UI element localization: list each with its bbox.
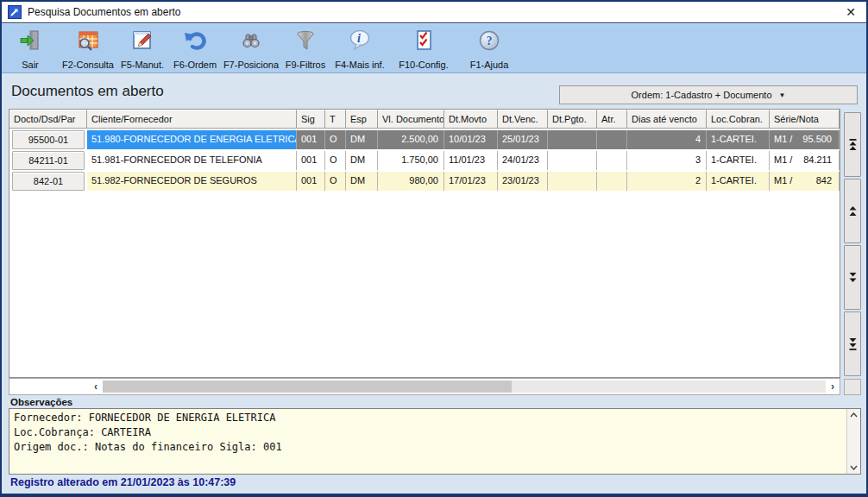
serie-number: 95.500 — [802, 134, 832, 149]
serie-prefix: M1 / — [774, 134, 792, 149]
scrollbar-fixed-area — [9, 379, 89, 394]
serie-nota-cell[interactable]: M1 / 84.211 — [770, 151, 840, 170]
scrollbar-track[interactable] — [512, 381, 826, 393]
dias-ate-vencto-cell[interactable]: 4 — [627, 130, 707, 149]
page-down-button[interactable] — [844, 245, 861, 310]
sig-cell[interactable]: 001 — [297, 172, 325, 191]
column-header-dias-ate-vencto[interactable]: Dias até vencto — [627, 110, 707, 129]
serie-nota-cell[interactable]: M1 / 95.500 — [770, 130, 840, 149]
svg-text:i: i — [357, 32, 361, 45]
serie-prefix: M1 / — [774, 154, 792, 170]
app-logo-icon — [8, 5, 22, 19]
dt-pgto-cell[interactable] — [548, 151, 597, 170]
vl-documento-cell[interactable]: 2.500,00 — [378, 130, 444, 149]
scroll-right-icon[interactable]: › — [826, 381, 840, 393]
close-icon[interactable]: ✕ — [841, 3, 860, 22]
go-first-record-button[interactable] — [844, 112, 861, 177]
order-dropdown-label: Ordem: 1-Cadastro + Documento — [632, 90, 772, 100]
atr-cell[interactable] — [597, 130, 627, 149]
esp-cell[interactable]: DM — [346, 172, 378, 191]
order-dropdown[interactable]: Ordem: 1-Cadastro + Documento ▼ — [559, 85, 858, 104]
dt-movto-cell[interactable]: 10/01/23 — [444, 130, 498, 149]
sair-button[interactable]: Sair — [10, 28, 50, 70]
column-header-serie-nota[interactable]: Série/Nota — [770, 110, 840, 129]
toolbar-label: Sair — [22, 60, 39, 70]
atr-cell[interactable] — [597, 151, 627, 170]
loc-cobran-cell[interactable]: 1-CARTEI. — [707, 172, 770, 191]
column-header-cliente[interactable]: Cliente/Fornecedor — [87, 110, 297, 129]
table-header-row: Docto/Dsd/Par Cliente/Fornecedor Sig T E… — [9, 110, 840, 129]
loc-cobran-cell[interactable]: 1-CARTEI. — [707, 130, 770, 149]
app-window: Pesquisa Documentos em aberto ✕ Sair — [0, 0, 868, 497]
serie-nota-cell[interactable]: M1 / 842 — [770, 172, 840, 191]
column-header-docto[interactable]: Docto/Dsd/Par — [9, 110, 87, 129]
dt-pgto-cell[interactable] — [548, 130, 597, 149]
column-header-dt-venc[interactable]: Dt.Venc. — [498, 110, 548, 129]
cliente-cell[interactable]: 51.980-FORNECEDOR DE ENERGIA ELETRICA — [87, 130, 297, 149]
docto-cell-button[interactable]: 84211-01 — [12, 151, 85, 170]
esp-cell[interactable]: DM — [346, 151, 378, 170]
dt-movto-cell[interactable]: 11/01/23 — [444, 151, 498, 170]
table-row[interactable]: 842-01 51.982-FORNECEDOR DE SEGUROS 001 … — [9, 172, 840, 191]
dt-pgto-cell[interactable] — [548, 172, 597, 191]
exit-icon — [18, 28, 42, 53]
column-header-dt-movto[interactable]: Dt.Movto — [444, 110, 498, 129]
scroll-left-icon[interactable]: ‹ — [89, 381, 103, 393]
docto-cell-button[interactable]: 95500-01 — [12, 130, 85, 149]
table-row[interactable]: 84211-01 51.981-FORNECEDOR DE TELEFONIA … — [9, 151, 840, 170]
scrollbar-corner — [844, 379, 861, 395]
toolbar-label: F1-Ajuda — [470, 60, 509, 70]
curved-arrow-icon — [182, 28, 208, 53]
t-cell[interactable]: O — [325, 130, 346, 149]
scrollbar-thumb[interactable] — [103, 381, 512, 393]
table-row[interactable]: 95500-01 51.980-FORNECEDOR DE ENERGIA EL… — [9, 130, 840, 149]
toolbar-label: F2-Consulta — [62, 60, 114, 70]
f1-ajuda-button[interactable]: ? F1-Ajuda — [461, 28, 518, 70]
go-last-record-button[interactable] — [844, 311, 861, 376]
f5-manut-button[interactable]: F5-Manut. — [116, 28, 169, 70]
column-header-t[interactable]: T — [325, 110, 346, 129]
column-header-dt-pgto[interactable]: Dt.Pgto. — [548, 110, 597, 129]
sig-cell[interactable]: 001 — [297, 130, 325, 149]
column-header-vl-documento[interactable]: Vl. Documento — [378, 110, 444, 129]
loc-cobran-cell[interactable]: 1-CARTEI. — [707, 151, 770, 170]
dias-ate-vencto-cell[interactable]: 2 — [627, 172, 707, 191]
page-up-button[interactable] — [844, 179, 861, 243]
edit-page-icon — [130, 28, 154, 53]
sig-cell[interactable]: 001 — [297, 151, 325, 170]
f9-filtros-button[interactable]: F9-Filtros — [280, 28, 331, 70]
observacoes-scrollbar[interactable] — [846, 409, 860, 474]
funnel-icon — [293, 28, 318, 53]
documents-table: Docto/Dsd/Par Cliente/Fornecedor Sig T E… — [9, 109, 840, 378]
binoculars-icon — [238, 28, 264, 53]
dt-venc-cell[interactable]: 23/01/23 — [498, 172, 548, 191]
toolbar-label: F10-Config. — [399, 60, 448, 70]
horizontal-scrollbar[interactable]: ‹ › — [9, 378, 840, 395]
f7-posiciona-button[interactable]: F7-Posiciona — [219, 28, 283, 70]
observacoes-field[interactable]: Fornecedor: FORNECEDOR DE ENERGIA ELETRI… — [9, 408, 861, 475]
docto-cell-button[interactable]: 842-01 — [12, 172, 85, 191]
cliente-cell[interactable]: 51.981-FORNECEDOR DE TELEFONIA — [87, 151, 297, 170]
dt-movto-cell[interactable]: 17/01/23 — [444, 172, 498, 191]
dias-ate-vencto-cell[interactable]: 3 — [627, 151, 707, 170]
f2-consulta-button[interactable]: F2-Consulta — [55, 28, 121, 70]
column-header-loc-cobran[interactable]: Loc.Cobran. — [707, 110, 770, 129]
esp-cell[interactable]: DM — [346, 130, 378, 149]
dt-venc-cell[interactable]: 24/01/23 — [498, 151, 548, 170]
atr-cell[interactable] — [597, 172, 627, 191]
column-header-atr[interactable]: Atr. — [597, 110, 627, 129]
f6-ordem-button[interactable]: F6-Ordem — [169, 28, 221, 70]
vl-documento-cell[interactable]: 1.750,00 — [378, 151, 444, 170]
t-cell[interactable]: O — [325, 151, 346, 170]
column-header-sig[interactable]: Sig — [297, 110, 325, 129]
f10-config-button[interactable]: F10-Config. — [392, 28, 456, 70]
table-body: 95500-01 51.980-FORNECEDOR DE ENERGIA EL… — [9, 130, 840, 191]
f4-mais-inf-button[interactable]: i F4-Mais inf. — [330, 28, 390, 70]
column-header-esp[interactable]: Esp — [346, 110, 378, 129]
t-cell[interactable]: O — [325, 172, 346, 191]
vl-documento-cell[interactable]: 980,00 — [378, 172, 444, 191]
svg-text:?: ? — [487, 35, 493, 47]
cliente-cell[interactable]: 51.982-FORNECEDOR DE SEGUROS — [87, 172, 297, 191]
toolbar: Sair F2-Consulta — [2, 24, 866, 73]
dt-venc-cell[interactable]: 25/01/23 — [498, 130, 548, 149]
